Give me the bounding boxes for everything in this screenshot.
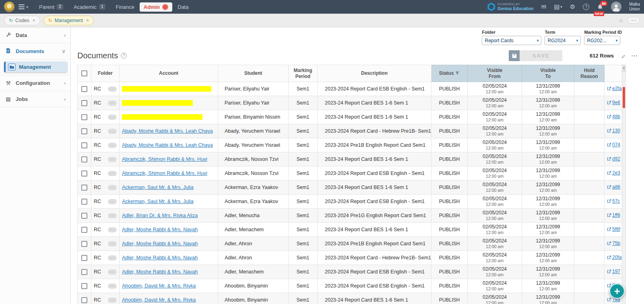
- account-link[interactable]: Ackerman, Saul Mr. & Mrs. Julia: [122, 185, 194, 190]
- reports-menu-button[interactable]: ▤ ▾: [554, 3, 562, 10]
- close-icon[interactable]: ×: [86, 18, 89, 23]
- nav-item-data[interactable]: Data: [172, 2, 194, 12]
- tabbar-more-button[interactable]: ⋯: [627, 17, 640, 24]
- close-icon[interactable]: ×: [33, 18, 35, 23]
- account-link[interactable]: Ackerman, Saul Mr. & Mrs. Julia: [122, 199, 194, 204]
- row-actions-button[interactable]: ···: [108, 227, 117, 232]
- term-select[interactable]: RG2024 ▾: [545, 36, 581, 45]
- col-header-account[interactable]: Account: [120, 65, 218, 82]
- document-link[interactable]: 20fa: [607, 255, 621, 260]
- account-link[interactable]: Adler, Moshe Rabbi & Mrs. Navah: [122, 227, 198, 232]
- row-checkbox[interactable]: [81, 128, 87, 134]
- row-actions-button[interactable]: ···: [108, 298, 117, 303]
- document-link[interactable]: 197: [607, 269, 620, 274]
- row-actions-button[interactable]: ···: [108, 171, 117, 176]
- document-link[interactable]: d92: [607, 156, 620, 162]
- row-actions-button[interactable]: ···: [108, 101, 117, 106]
- document-link[interactable]: 75b: [607, 240, 620, 246]
- document-link[interactable]: 57c: [607, 198, 620, 204]
- vertical-scrollbar[interactable]: ▼: [622, 65, 626, 304]
- add-document-button[interactable]: +: [609, 283, 625, 299]
- col-header-student[interactable]: Student: [218, 65, 289, 82]
- row-checkbox[interactable]: [81, 185, 87, 191]
- account-link[interactable]: Abramczik, Shimon Rabbi & Mrs. Huvi: [122, 170, 207, 176]
- row-actions-button[interactable]: ···: [108, 255, 117, 261]
- row-checkbox[interactable]: [81, 227, 87, 233]
- select-all-checkbox[interactable]: [81, 70, 87, 76]
- row-checkbox[interactable]: [81, 269, 87, 275]
- account-link[interactable]: Ahoobim, David Mr. & Mrs. Rivka: [122, 297, 196, 303]
- filter-funnel-icon[interactable]: [455, 71, 460, 75]
- document-link[interactable]: 5f6f: [607, 226, 620, 232]
- document-link[interactable]: 48b: [607, 114, 620, 119]
- document-link[interactable]: 1ff6: [607, 212, 620, 218]
- row-checkbox[interactable]: [81, 297, 87, 303]
- account-link[interactable]: Ahoobim, David Mr. & Mrs. Rivka: [122, 283, 196, 289]
- row-actions-button[interactable]: ···: [108, 185, 117, 190]
- document-link[interactable]: 074: [607, 142, 620, 148]
- row-checkbox[interactable]: [81, 156, 87, 162]
- account-link[interactable]: Abramczik, Shimon Rabbi & Mrs. Huvi: [122, 156, 207, 162]
- support-gear-icon[interactable]: ⚙: [570, 3, 575, 10]
- help-icon[interactable]: ?: [121, 53, 127, 59]
- account-link[interactable]: Adler, Moshe Rabbi & Mrs. Navah: [122, 269, 198, 275]
- row-checkbox[interactable]: [81, 199, 87, 205]
- account-link[interactable]: [122, 114, 202, 120]
- col-header-marking-period[interactable]: Marking Period: [289, 65, 318, 82]
- expand-icon[interactable]: ↔: [618, 51, 627, 60]
- account-link[interactable]: Adler, Brian Dr. & Mrs. Rivka Aliza: [122, 213, 198, 218]
- tab-codes[interactable]: ↻ Codes ×: [4, 16, 40, 25]
- row-actions-button[interactable]: ···: [108, 283, 117, 289]
- row-actions-button[interactable]: ···: [108, 157, 117, 162]
- row-checkbox[interactable]: [81, 213, 87, 219]
- sidebar-item-data[interactable]: Data ›: [0, 27, 70, 43]
- row-actions-button[interactable]: ···: [108, 269, 117, 275]
- col-header-visible-to[interactable]: Visible To: [522, 65, 574, 82]
- row-actions-button[interactable]: ···: [108, 129, 117, 134]
- mail-icon[interactable]: ✉: [541, 3, 547, 10]
- row-checkbox[interactable]: [81, 170, 87, 177]
- row-checkbox[interactable]: [81, 255, 87, 261]
- nav-item-academic[interactable]: Academic 1: [68, 2, 111, 12]
- sidebar-item-documents[interactable]: Documents ∨: [0, 43, 70, 60]
- row-checkbox[interactable]: [81, 86, 87, 92]
- row-checkbox[interactable]: [81, 114, 87, 120]
- menu-toggle-button[interactable]: ▾: [19, 3, 28, 10]
- row-actions-button[interactable]: ···: [108, 86, 117, 92]
- row-checkbox[interactable]: [81, 100, 87, 106]
- account-link[interactable]: Adler, Moshe Rabbi & Mrs. Navah: [122, 241, 198, 246]
- help-icon[interactable]: ?: [583, 4, 589, 10]
- sidebar-item-jobs[interactable]: ▤ Jobs ›: [0, 91, 70, 107]
- account-link[interactable]: [122, 86, 211, 92]
- folder-select[interactable]: Report Cards ▾: [482, 36, 541, 45]
- account-link[interactable]: Adler, Moshe Rabbi & Mrs. Navah: [122, 255, 198, 261]
- account-link[interactable]: Abady, Moshe Rabbi & Mrs. Leah Chaya: [122, 128, 213, 134]
- col-header-folder[interactable]: Folder: [91, 65, 120, 82]
- document-link[interactable]: 2e3: [607, 170, 620, 176]
- scrollbar-thumb[interactable]: [623, 87, 625, 108]
- tab-management[interactable]: ↻ Management ×: [43, 16, 94, 25]
- column-menu-caret-icon[interactable]: ▼: [622, 65, 625, 72]
- user-avatar[interactable]: [611, 2, 621, 12]
- save-button[interactable]: SAVE: [509, 50, 562, 61]
- document-link[interactable]: 9e6: [607, 100, 620, 105]
- nav-item-parent[interactable]: Parent 2: [34, 2, 68, 12]
- account-link[interactable]: [122, 100, 193, 106]
- document-link[interactable]: 130: [607, 128, 620, 134]
- col-header-description[interactable]: Description: [318, 65, 431, 82]
- grid-more-button[interactable]: ⋯: [631, 52, 638, 60]
- document-link[interactable]: a86: [607, 184, 620, 190]
- document-link[interactable]: e2fa: [607, 86, 621, 91]
- row-actions-button[interactable]: ···: [108, 213, 117, 218]
- row-checkbox[interactable]: [81, 241, 87, 247]
- row-actions-button[interactable]: ···: [108, 115, 117, 120]
- row-actions-button[interactable]: ···: [108, 199, 117, 204]
- row-actions-button[interactable]: ···: [108, 241, 117, 246]
- favorite-star-icon[interactable]: ☆: [618, 17, 623, 24]
- row-checkbox[interactable]: [81, 142, 87, 148]
- sidebar-item-management[interactable]: Management: [4, 62, 67, 72]
- nav-item-admin[interactable]: Admin: [140, 2, 172, 12]
- row-checkbox[interactable]: [81, 283, 87, 289]
- marking-period-select[interactable]: RG202... ▾: [584, 36, 620, 45]
- col-header-visible-from[interactable]: Visible From: [468, 65, 522, 82]
